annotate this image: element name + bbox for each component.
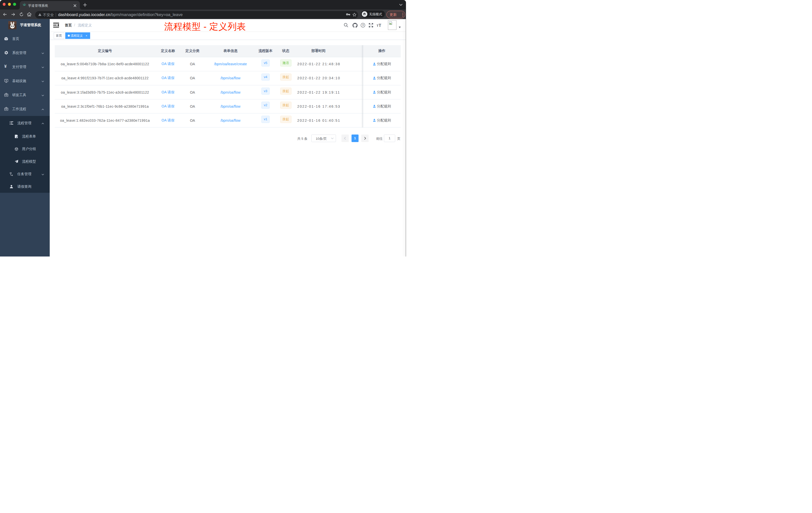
svg-text:T: T: [377, 24, 379, 28]
svg-text:T: T: [379, 23, 381, 28]
svg-text:?: ?: [362, 24, 364, 27]
